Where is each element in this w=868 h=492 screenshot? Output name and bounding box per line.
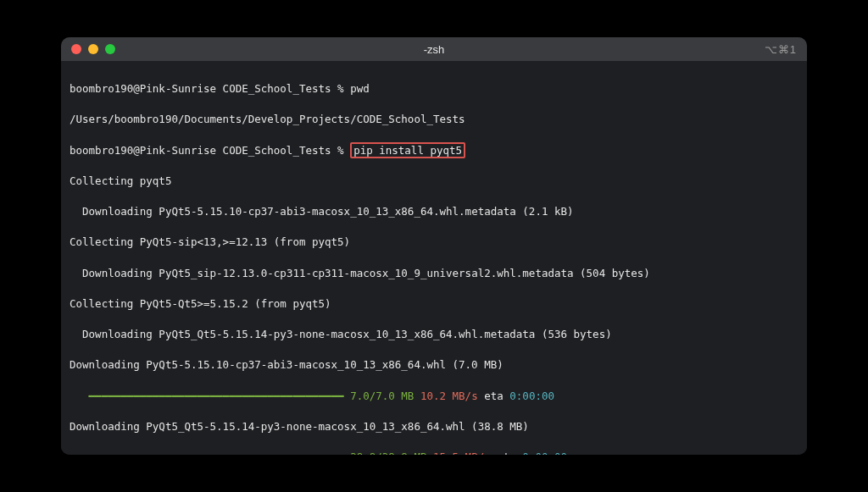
output-line: Downloading PyQt5_Qt5-5.15.14-py3-none-m…	[70, 327, 798, 342]
progress-speed: 10.2 MB/s	[414, 390, 477, 402]
close-icon[interactable]	[71, 44, 81, 54]
eta-label: eta	[478, 390, 510, 402]
minimize-icon[interactable]	[88, 44, 98, 54]
terminal-window: -zsh ⌥⌘1 boombro190@Pink-Sunrise CODE_Sc…	[61, 37, 807, 455]
output-line: Collecting PyQt5-sip<13,>=12.13 (from py…	[70, 235, 798, 250]
window-title: -zsh	[61, 43, 807, 56]
prompt: boombro190@Pink-Sunrise CODE_School_Test…	[70, 144, 350, 157]
output-line: Downloading PyQt5_Qt5-5.15.14-py3-none-m…	[70, 419, 798, 434]
output-line: /Users/boombro190/Documents/Develop_Proj…	[70, 112, 798, 127]
progress-done: 7.0/7.0 MB	[344, 390, 415, 402]
terminal-output[interactable]: boombro190@Pink-Sunrise CODE_School_Test…	[61, 61, 807, 455]
command-text: pwd	[350, 82, 370, 95]
output-line: Downloading PyQt5-5.15.10-cp37-abi3-maco…	[70, 204, 798, 219]
output-line: Collecting pyqt5	[70, 174, 798, 189]
progress-bar: ━━━━━━━━━━━━━━━━━━━━━━━━━━━━━━━━━━━━━━━━	[70, 390, 344, 402]
progress-speed: 15.5 MB/s	[426, 451, 490, 455]
progress-eta: 0:00:00	[509, 390, 554, 402]
prompt: boombro190@Pink-Sunrise CODE_School_Test…	[70, 82, 350, 95]
maximize-icon[interactable]	[105, 44, 115, 54]
progress-done: 38.8/38.8 MB	[344, 451, 427, 455]
titlebar[interactable]: -zsh ⌥⌘1	[61, 37, 807, 61]
highlighted-command: pip install pyqt5	[350, 142, 465, 158]
output-line: Downloading PyQt5-5.15.10-cp37-abi3-maco…	[70, 357, 798, 373]
window-tab-indicator: ⌥⌘1	[765, 43, 797, 56]
progress-eta: 0:00:00	[522, 451, 567, 455]
output-line: Downloading PyQt5_sip-12.13.0-cp311-cp31…	[70, 266, 798, 281]
output-line: Collecting PyQt5-Qt5>=5.15.2 (from pyqt5…	[70, 296, 798, 312]
traffic-lights	[61, 44, 115, 54]
progress-bar: ━━━━━━━━━━━━━━━━━━━━━━━━━━━━━━━━━━━━━━━━	[70, 451, 344, 455]
eta-label: eta	[491, 451, 523, 455]
